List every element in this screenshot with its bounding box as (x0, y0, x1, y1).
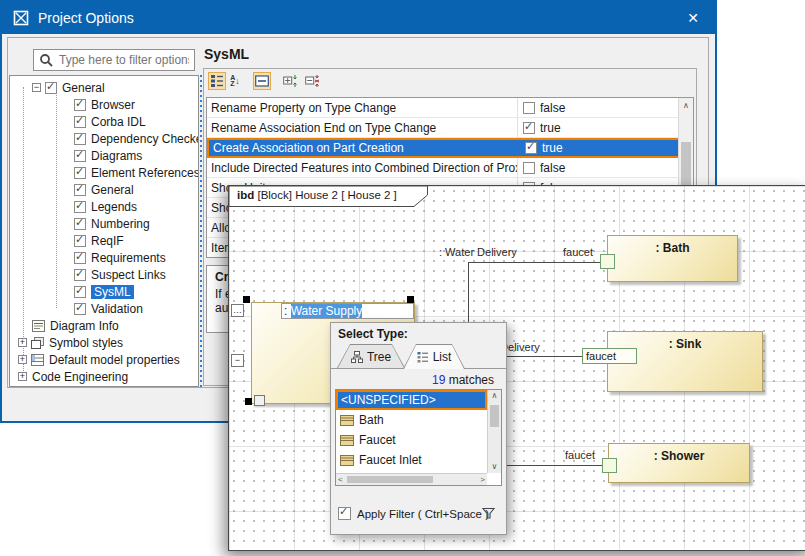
sidebar-item-suspect-links[interactable]: ✓Suspect Links (10, 266, 198, 283)
port-label[interactable]: faucet (565, 449, 595, 461)
dialog-titlebar[interactable]: Project Options ✕ (2, 2, 715, 34)
port-bath-faucet[interactable] (600, 254, 615, 269)
list-horizontal-scrollbar[interactable]: < > (336, 473, 487, 485)
checkbox[interactable]: ✓ (74, 99, 86, 111)
sidebar-item-general-root[interactable]: − ✓ General (10, 79, 198, 96)
tab-tree[interactable]: Tree (337, 344, 405, 368)
list-item[interactable]: Faucet (336, 430, 487, 450)
collapse-nodes-button[interactable] (303, 72, 321, 90)
column-divider (517, 158, 518, 177)
sidebar-item-code-engineering[interactable]: + Code Engineering (10, 368, 198, 385)
tab-list[interactable]: List (403, 344, 465, 369)
options-tree[interactable]: − ✓ General ✓Browser ✓Corba IDL ✓Depende… (9, 75, 199, 387)
diagram-frame-tab[interactable]: ibd [Block] House 2 [ House 2 ] (229, 186, 429, 207)
sort-alphabetically-button[interactable]: A Z ↓ (226, 72, 244, 90)
sidebar-item-diagram-info[interactable]: Diagram Info (10, 317, 198, 334)
sidebar-item-legends[interactable]: ✓Legends (10, 198, 198, 215)
connector-water-delivery-1[interactable] (468, 262, 469, 330)
compartment-collapse-button[interactable]: − (231, 354, 244, 367)
value-checkbox[interactable]: ✓ (525, 142, 537, 154)
scrollbar-thumb[interactable] (681, 142, 691, 188)
sidebar-item-dependency-checker[interactable]: ✓Dependency Checker (10, 130, 198, 147)
close-icon[interactable]: ✕ (671, 2, 715, 34)
scroll-down-icon[interactable]: ∨ (488, 461, 501, 473)
list-vertical-scrollbar[interactable]: ∧ ∨ (487, 390, 501, 473)
collapse-expander-icon[interactable]: − (32, 83, 41, 92)
value-checkbox[interactable] (523, 162, 535, 174)
sidebar-item-requirements[interactable]: ✓Requirements (10, 249, 198, 266)
block-bath[interactable]: : Bath (607, 235, 738, 282)
filter-box[interactable] (33, 49, 195, 71)
apply-filter-checkbox[interactable]: ✓ (338, 507, 351, 520)
value-checkbox[interactable]: ✓ (523, 122, 535, 134)
checkbox[interactable]: ✓ (74, 167, 86, 179)
block-name-editor[interactable]: : Water Supply (281, 303, 414, 319)
check-icon: ✓ (75, 233, 84, 246)
sidebar-item-general[interactable]: ✓General (10, 181, 198, 198)
value-checkbox[interactable] (523, 102, 535, 114)
filter-input[interactable] (57, 52, 191, 68)
expand-nodes-button[interactable] (281, 72, 299, 90)
checkbox[interactable]: ✓ (74, 201, 86, 213)
sidebar-item-label: Legends (91, 200, 137, 214)
table-row[interactable]: Include Directed Features into Combined … (207, 158, 693, 178)
expand-expander-icon[interactable]: + (18, 372, 27, 381)
show-description-button[interactable] (253, 72, 271, 90)
scrollbar-thumb[interactable] (490, 405, 499, 427)
checkbox[interactable]: ✓ (74, 303, 86, 315)
checkbox[interactable]: ✓ (74, 133, 86, 145)
list-item[interactable]: Faucet Inlet (336, 450, 487, 470)
table-row[interactable]: Rename Property on Type Change false (207, 98, 693, 118)
minus-icon: − (235, 355, 240, 365)
checkbox[interactable]: ✓ (74, 269, 86, 281)
selection-handle[interactable] (243, 296, 250, 303)
sidebar-item-sysml[interactable]: ✓SysML (10, 283, 198, 300)
scroll-up-icon[interactable]: ∧ (488, 390, 501, 402)
selection-handle[interactable] (407, 296, 414, 303)
expand-expander-icon[interactable]: + (18, 355, 27, 364)
connector-label[interactable]: : Water Delivery (439, 246, 517, 258)
checkbox[interactable]: ✓ (74, 184, 86, 196)
scroll-up-icon[interactable]: ∧ (679, 98, 693, 113)
block-shower[interactable]: : Shower (608, 443, 750, 483)
sidebar-item-browser[interactable]: ✓Browser (10, 96, 198, 113)
sort-arrow-icon: ↓ (235, 76, 240, 86)
checkbox[interactable]: ✓ (45, 82, 57, 94)
part-sink-faucet[interactable]: faucet (582, 348, 637, 364)
structure-compartment-icon[interactable] (254, 395, 265, 406)
port-label[interactable]: faucet (563, 246, 593, 258)
list-item-selected[interactable]: <UNSPECIFIED> (336, 390, 487, 410)
checkbox[interactable]: ✓ (74, 286, 86, 298)
match-count-word: matches (445, 373, 494, 387)
checkbox[interactable]: ✓ (74, 150, 86, 162)
sidebar-item-validation[interactable]: ✓Validation (10, 300, 198, 317)
sidebar-item-reqif[interactable]: ✓ReqIF (10, 232, 198, 249)
scrollbar-thumb[interactable] (347, 476, 433, 483)
checkbox[interactable]: ✓ (74, 252, 86, 264)
expand-expander-icon[interactable]: + (18, 338, 27, 347)
port-shower-faucet[interactable] (602, 458, 617, 473)
checkbox[interactable]: ✓ (74, 235, 86, 247)
sidebar-item-symbol-styles[interactable]: + Symbol styles (10, 334, 198, 351)
option-value: false (540, 161, 565, 175)
list-item[interactable]: Bath (336, 410, 487, 430)
sidebar-item-numbering[interactable]: ✓Numbering (10, 215, 198, 232)
categorized-view-button[interactable] (208, 72, 226, 90)
sidebar-item-diagrams[interactable]: ✓Diagrams (10, 147, 198, 164)
filter-funnel-icon[interactable] (481, 506, 496, 521)
table-row-selected[interactable]: Create Association on Part Creation ✓tru… (207, 138, 693, 158)
connector-water-delivery-1[interactable] (468, 262, 600, 263)
scroll-left-icon[interactable]: < (338, 474, 343, 485)
apply-filter-row[interactable]: ✓ Apply Filter ( Ctrl+Space ) (338, 507, 489, 520)
table-row[interactable]: Rename Association End on Type Change ✓t… (207, 118, 693, 138)
sidebar-item-default-model-properties[interactable]: + Default model properties (10, 351, 198, 368)
checkbox[interactable]: ✓ (74, 116, 86, 128)
checkbox[interactable]: ✓ (74, 218, 86, 230)
selection-handle[interactable] (245, 398, 252, 405)
panel-splitter[interactable] (200, 75, 202, 387)
compartment-more-button[interactable]: … (231, 304, 244, 317)
option-label: Rename Property on Type Change (207, 101, 517, 115)
sidebar-item-corba-idl[interactable]: ✓Corba IDL (10, 113, 198, 130)
scroll-right-icon[interactable]: > (480, 474, 485, 485)
sidebar-item-element-references[interactable]: ✓Element References (10, 164, 198, 181)
